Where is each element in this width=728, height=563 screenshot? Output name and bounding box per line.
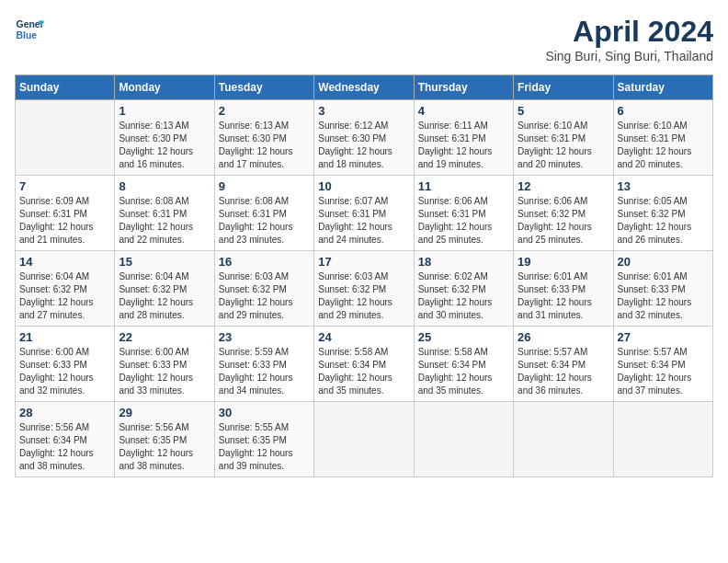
cell-3-1: 14Sunrise: 6:04 AM Sunset: 6:32 PM Dayli… xyxy=(16,251,115,327)
svg-text:Blue: Blue xyxy=(17,30,38,40)
cell-5-6 xyxy=(514,402,613,477)
day-info: Sunrise: 6:01 AM Sunset: 6:33 PM Dayligh… xyxy=(518,270,609,322)
day-info: Sunrise: 6:11 AM Sunset: 6:31 PM Dayligh… xyxy=(418,120,509,171)
week-row-4: 21Sunrise: 6:00 AM Sunset: 6:33 PM Dayli… xyxy=(16,327,713,402)
day-info: Sunrise: 6:06 AM Sunset: 6:31 PM Dayligh… xyxy=(418,195,509,247)
week-row-1: 1Sunrise: 6:13 AM Sunset: 6:30 PM Daylig… xyxy=(16,100,713,176)
cell-5-2: 29Sunrise: 5:56 AM Sunset: 6:35 PM Dayli… xyxy=(115,402,214,477)
day-info: Sunrise: 5:57 AM Sunset: 6:34 PM Dayligh… xyxy=(518,346,609,397)
day-info: Sunrise: 6:04 AM Sunset: 6:32 PM Dayligh… xyxy=(19,270,110,322)
day-number: 29 xyxy=(119,406,210,419)
header-thursday: Thursday xyxy=(414,75,513,100)
cell-1-5: 4Sunrise: 6:11 AM Sunset: 6:31 PM Daylig… xyxy=(414,100,513,176)
cell-1-6: 5Sunrise: 6:10 AM Sunset: 6:31 PM Daylig… xyxy=(514,100,613,176)
day-number: 5 xyxy=(518,104,609,118)
page-header: General Blue April 2024 Sing Buri, Sing … xyxy=(15,15,713,63)
day-info: Sunrise: 6:08 AM Sunset: 6:31 PM Dayligh… xyxy=(119,195,210,247)
day-number: 6 xyxy=(618,104,709,118)
week-row-2: 7Sunrise: 6:09 AM Sunset: 6:31 PM Daylig… xyxy=(16,176,713,251)
logo-icon: General Blue xyxy=(15,15,44,44)
main-title: April 2024 xyxy=(545,15,713,49)
day-number: 25 xyxy=(418,330,509,344)
cell-4-7: 27Sunrise: 5:57 AM Sunset: 6:34 PM Dayli… xyxy=(613,327,712,402)
day-info: Sunrise: 6:07 AM Sunset: 6:31 PM Dayligh… xyxy=(318,195,409,247)
header-friday: Friday xyxy=(514,75,613,100)
week-row-5: 28Sunrise: 5:56 AM Sunset: 6:34 PM Dayli… xyxy=(16,402,713,477)
logo: General Blue xyxy=(15,15,44,44)
cell-3-2: 15Sunrise: 6:04 AM Sunset: 6:32 PM Dayli… xyxy=(115,251,214,327)
cell-5-1: 28Sunrise: 5:56 AM Sunset: 6:34 PM Dayli… xyxy=(16,402,115,477)
day-number: 24 xyxy=(318,330,409,344)
day-info: Sunrise: 6:04 AM Sunset: 6:32 PM Dayligh… xyxy=(119,270,210,322)
day-info: Sunrise: 5:56 AM Sunset: 6:34 PM Dayligh… xyxy=(19,421,110,473)
day-info: Sunrise: 6:10 AM Sunset: 6:31 PM Dayligh… xyxy=(518,120,609,171)
day-info: Sunrise: 6:03 AM Sunset: 6:32 PM Dayligh… xyxy=(318,270,409,322)
cell-4-1: 21Sunrise: 6:00 AM Sunset: 6:33 PM Dayli… xyxy=(16,327,115,402)
week-row-3: 14Sunrise: 6:04 AM Sunset: 6:32 PM Dayli… xyxy=(16,251,713,327)
day-number: 3 xyxy=(318,104,409,118)
calendar-header: SundayMondayTuesdayWednesdayThursdayFrid… xyxy=(16,75,713,100)
day-number: 15 xyxy=(119,255,210,269)
day-number: 30 xyxy=(219,406,310,419)
day-number: 14 xyxy=(19,255,110,269)
cell-4-5: 25Sunrise: 5:58 AM Sunset: 6:34 PM Dayli… xyxy=(414,327,513,402)
header-saturday: Saturday xyxy=(613,75,712,100)
day-number: 8 xyxy=(119,179,210,193)
day-info: Sunrise: 6:03 AM Sunset: 6:32 PM Dayligh… xyxy=(219,270,310,322)
day-info: Sunrise: 6:13 AM Sunset: 6:30 PM Dayligh… xyxy=(119,120,210,171)
day-info: Sunrise: 6:02 AM Sunset: 6:32 PM Dayligh… xyxy=(418,270,509,322)
header-wednesday: Wednesday xyxy=(314,75,414,100)
cell-1-2: 1Sunrise: 6:13 AM Sunset: 6:30 PM Daylig… xyxy=(115,100,214,176)
day-info: Sunrise: 5:58 AM Sunset: 6:34 PM Dayligh… xyxy=(418,346,509,397)
day-info: Sunrise: 6:05 AM Sunset: 6:32 PM Dayligh… xyxy=(618,195,709,247)
cell-3-7: 20Sunrise: 6:01 AM Sunset: 6:33 PM Dayli… xyxy=(613,251,712,327)
cell-2-7: 13Sunrise: 6:05 AM Sunset: 6:32 PM Dayli… xyxy=(613,176,712,251)
day-number: 19 xyxy=(518,255,609,269)
day-info: Sunrise: 6:10 AM Sunset: 6:31 PM Dayligh… xyxy=(618,120,709,171)
calendar-body: 1Sunrise: 6:13 AM Sunset: 6:30 PM Daylig… xyxy=(16,100,713,477)
subtitle: Sing Buri, Sing Buri, Thailand xyxy=(545,49,713,63)
cell-2-2: 8Sunrise: 6:08 AM Sunset: 6:31 PM Daylig… xyxy=(115,176,214,251)
day-number: 9 xyxy=(219,179,310,193)
day-number: 17 xyxy=(318,255,409,269)
cell-2-5: 11Sunrise: 6:06 AM Sunset: 6:31 PM Dayli… xyxy=(414,176,513,251)
day-info: Sunrise: 6:08 AM Sunset: 6:31 PM Dayligh… xyxy=(219,195,310,247)
day-number: 23 xyxy=(219,330,310,344)
cell-4-4: 24Sunrise: 5:58 AM Sunset: 6:34 PM Dayli… xyxy=(314,327,414,402)
day-info: Sunrise: 6:01 AM Sunset: 6:33 PM Dayligh… xyxy=(618,270,709,322)
day-info: Sunrise: 6:13 AM Sunset: 6:30 PM Dayligh… xyxy=(219,120,310,171)
header-sunday: Sunday xyxy=(16,75,115,100)
cell-5-7 xyxy=(613,402,712,477)
day-number: 20 xyxy=(618,255,709,269)
cell-2-3: 9Sunrise: 6:08 AM Sunset: 6:31 PM Daylig… xyxy=(214,176,313,251)
day-number: 13 xyxy=(618,179,709,193)
cell-2-6: 12Sunrise: 6:06 AM Sunset: 6:32 PM Dayli… xyxy=(514,176,613,251)
cell-2-4: 10Sunrise: 6:07 AM Sunset: 6:31 PM Dayli… xyxy=(314,176,414,251)
cell-1-1 xyxy=(16,100,115,176)
day-number: 22 xyxy=(119,330,210,344)
day-info: Sunrise: 6:00 AM Sunset: 6:33 PM Dayligh… xyxy=(19,346,110,397)
cell-1-3: 2Sunrise: 6:13 AM Sunset: 6:30 PM Daylig… xyxy=(214,100,313,176)
cell-2-1: 7Sunrise: 6:09 AM Sunset: 6:31 PM Daylig… xyxy=(16,176,115,251)
cell-5-4 xyxy=(314,402,414,477)
header-tuesday: Tuesday xyxy=(214,75,313,100)
day-number: 27 xyxy=(618,330,709,344)
day-number: 10 xyxy=(318,179,409,193)
day-number: 16 xyxy=(219,255,310,269)
cell-5-5 xyxy=(414,402,513,477)
day-number: 1 xyxy=(119,104,210,118)
cell-1-7: 6Sunrise: 6:10 AM Sunset: 6:31 PM Daylig… xyxy=(613,100,712,176)
day-info: Sunrise: 5:56 AM Sunset: 6:35 PM Dayligh… xyxy=(119,421,210,473)
cell-4-6: 26Sunrise: 5:57 AM Sunset: 6:34 PM Dayli… xyxy=(514,327,613,402)
day-info: Sunrise: 6:06 AM Sunset: 6:32 PM Dayligh… xyxy=(518,195,609,247)
calendar-table: SundayMondayTuesdayWednesdayThursdayFrid… xyxy=(15,75,713,477)
day-number: 12 xyxy=(518,179,609,193)
cell-4-2: 22Sunrise: 6:00 AM Sunset: 6:33 PM Dayli… xyxy=(115,327,214,402)
cell-3-5: 18Sunrise: 6:02 AM Sunset: 6:32 PM Dayli… xyxy=(414,251,513,327)
title-block: April 2024 Sing Buri, Sing Buri, Thailan… xyxy=(545,15,713,63)
day-info: Sunrise: 5:57 AM Sunset: 6:34 PM Dayligh… xyxy=(618,346,709,397)
day-info: Sunrise: 6:00 AM Sunset: 6:33 PM Dayligh… xyxy=(119,346,210,397)
day-number: 11 xyxy=(418,179,509,193)
day-number: 26 xyxy=(518,330,609,344)
day-number: 21 xyxy=(19,330,110,344)
